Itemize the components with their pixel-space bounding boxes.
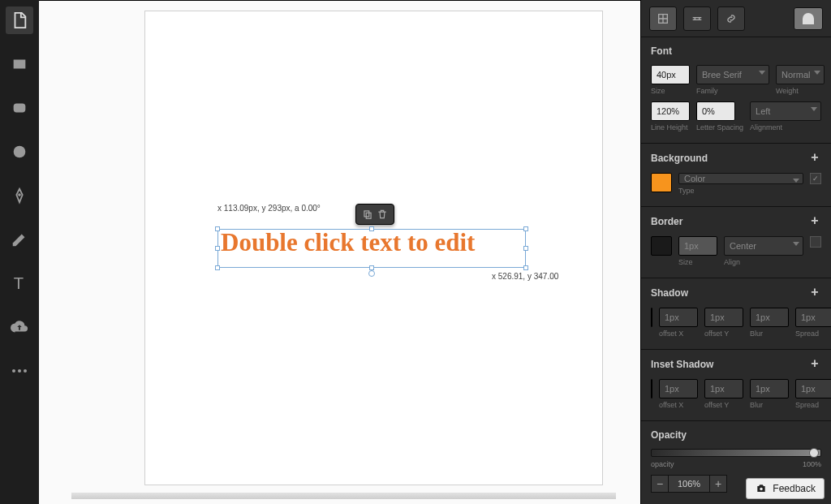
font-size-label: Size xyxy=(651,87,690,95)
resize-handle-ml[interactable] xyxy=(215,246,220,251)
border-toggle[interactable] xyxy=(810,236,821,248)
opacity-knob[interactable] xyxy=(809,448,819,458)
tool-pencil[interactable] xyxy=(6,226,33,253)
tool-document[interactable] xyxy=(6,6,33,34)
feedback-label: Feedback xyxy=(773,483,816,494)
background-title: Background xyxy=(651,153,708,164)
canvas-shadow xyxy=(71,493,616,499)
opacity-max: 100% xyxy=(803,460,821,468)
section-shadow: Shadow+ offset X offset Y Blur Spread xyxy=(641,278,831,350)
svg-point-2 xyxy=(14,146,26,158)
tab-link[interactable] xyxy=(717,6,745,31)
tool-rounded-rect[interactable] xyxy=(6,94,33,122)
tab-grid[interactable] xyxy=(649,6,677,31)
font-weight-label: Weight xyxy=(776,87,825,95)
tool-rectangle[interactable] xyxy=(6,50,33,78)
shadow-add-button[interactable]: + xyxy=(808,286,821,299)
resize-handle-mr[interactable] xyxy=(523,246,528,251)
inset-blur-input[interactable] xyxy=(750,379,789,398)
border-align-label: Align xyxy=(724,258,803,266)
font-size-input[interactable] xyxy=(651,65,690,84)
left-toolbar: T xyxy=(0,0,39,504)
canvas-area[interactable]: Double click text to edit x 113.09px, y … xyxy=(39,0,640,504)
inset-spread-input[interactable] xyxy=(795,379,831,398)
font-weight-select[interactable]: Normal xyxy=(776,65,825,84)
line-height-label: Line Height xyxy=(651,123,690,131)
shadow-blur-input[interactable] xyxy=(750,308,789,327)
border-align-select[interactable]: Center xyxy=(724,236,803,256)
section-border: Border+ Size CenterAlign xyxy=(641,207,831,278)
resize-handle-br[interactable] xyxy=(523,265,528,270)
opacity-slider[interactable] xyxy=(651,449,821,457)
font-family-label: Family xyxy=(696,87,769,95)
shadow-spread-input[interactable] xyxy=(795,308,831,327)
inset-add-button[interactable]: + xyxy=(808,358,821,371)
camera-icon xyxy=(755,483,768,494)
border-size-input[interactable] xyxy=(678,236,717,256)
tool-more[interactable] xyxy=(6,357,33,385)
selection-box[interactable] xyxy=(217,229,526,268)
feedback-button[interactable]: Feedback xyxy=(746,478,825,499)
alignment-select[interactable]: Left xyxy=(750,101,821,121)
shadow-title: Shadow xyxy=(651,287,688,299)
section-background: Background+ ColorType ✓ xyxy=(641,144,831,207)
background-type-select[interactable]: Color xyxy=(678,173,803,184)
shadow-offsetx-input[interactable] xyxy=(659,308,698,327)
alignment-label: Alignment xyxy=(750,123,821,131)
section-inset-shadow: Inset Shadow+ offset X offset Y Blur Spr… xyxy=(641,350,831,421)
zoom-plus[interactable]: + xyxy=(709,475,727,493)
tab-dimensions[interactable] xyxy=(683,6,711,31)
shadow-color-swatch[interactable] xyxy=(651,308,652,327)
svg-rect-0 xyxy=(14,60,26,69)
inset-title: Inset Shadow xyxy=(651,359,713,370)
floating-toolbar xyxy=(355,204,394,225)
inset-color-swatch[interactable] xyxy=(651,379,652,398)
border-title: Border xyxy=(651,216,682,227)
avatar[interactable] xyxy=(794,7,823,30)
coords-bottom-right: x 526.91, y 347.00 xyxy=(492,272,558,281)
rotate-handle[interactable] xyxy=(368,270,375,277)
trash-icon[interactable] xyxy=(377,209,388,220)
background-color-swatch[interactable] xyxy=(651,173,672,192)
inset-offsetx-input[interactable] xyxy=(659,379,698,398)
background-toggle[interactable]: ✓ xyxy=(810,173,821,184)
copy-icon[interactable] xyxy=(362,209,373,220)
panel-tabs xyxy=(641,0,831,37)
tool-pen[interactable] xyxy=(6,182,33,209)
border-size-label: Size xyxy=(678,258,717,266)
svg-rect-1 xyxy=(14,104,26,113)
opacity-title: Opacity xyxy=(651,429,687,441)
svg-point-7 xyxy=(760,488,764,491)
resize-handle-bl[interactable] xyxy=(215,265,220,270)
resize-handle-tl[interactable] xyxy=(215,226,220,231)
background-type-label: Type xyxy=(678,187,803,195)
shadow-offsety-input[interactable] xyxy=(704,308,743,327)
svg-point-3 xyxy=(19,194,20,196)
font-title: Font xyxy=(651,45,672,57)
letter-spacing-input[interactable] xyxy=(696,101,735,121)
tool-text[interactable]: T xyxy=(6,269,33,297)
letter-spacing-label: Letter Spacing xyxy=(696,123,743,131)
section-font: Font Size Bree SerifFamily NormalWeight … xyxy=(641,37,831,144)
tool-upload[interactable] xyxy=(6,313,33,341)
opacity-label: opacity xyxy=(651,460,674,468)
tool-ellipse[interactable] xyxy=(6,138,33,166)
background-add-button[interactable]: + xyxy=(808,152,821,165)
font-family-select[interactable]: Bree Serif xyxy=(696,65,769,84)
zoom-value: 106% xyxy=(669,475,709,493)
zoom-minus[interactable]: − xyxy=(651,475,669,493)
border-color-swatch[interactable] xyxy=(651,236,672,256)
resize-handle-tm[interactable] xyxy=(369,226,374,231)
resize-handle-tr[interactable] xyxy=(523,226,528,231)
line-height-input[interactable] xyxy=(651,101,690,121)
svg-text:T: T xyxy=(14,274,24,292)
right-panel: Font Size Bree SerifFamily NormalWeight … xyxy=(640,0,831,504)
border-add-button[interactable]: + xyxy=(808,215,821,228)
coords-top-left: x 113.09px, y 293px, a 0.00° xyxy=(217,204,321,213)
inset-offsety-input[interactable] xyxy=(704,379,743,398)
